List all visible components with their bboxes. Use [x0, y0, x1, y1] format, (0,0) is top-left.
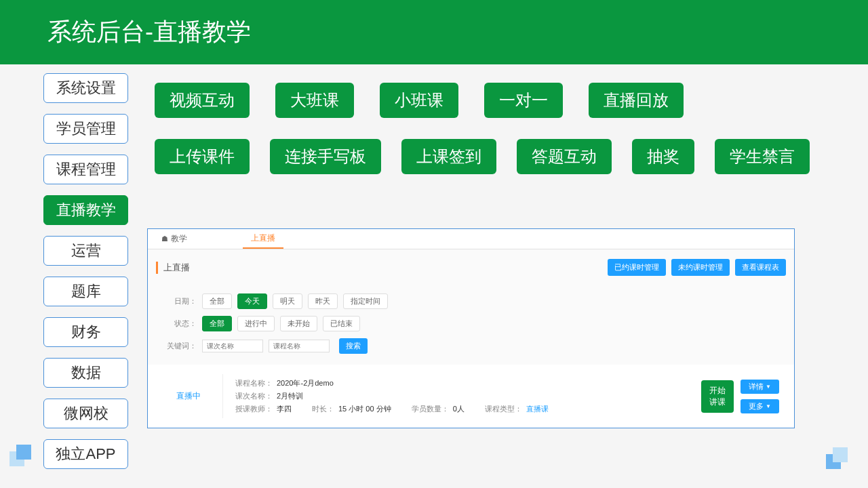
tab-live-label: 上直播: [251, 232, 275, 244]
session-label: 课次名称：: [235, 392, 273, 400]
students-label: 学员数量：: [412, 405, 449, 413]
feature-large-class[interactable]: 大班课: [275, 83, 354, 118]
date-tomorrow[interactable]: 明天: [273, 293, 302, 309]
sidebar-item-system[interactable]: 系统设置: [43, 73, 128, 103]
start-class-button[interactable]: 开始 讲课: [701, 380, 734, 413]
panel-action-group: 已约课时管理 未约课时管理 查看课程表: [608, 259, 786, 276]
view-schedule-button[interactable]: 查看课程表: [735, 259, 786, 276]
date-all[interactable]: 全部: [202, 293, 232, 309]
tab-teaching[interactable]: ☗ 教学: [153, 229, 195, 249]
teacher-label: 授课教师：: [235, 405, 273, 413]
panel-tabs: ☗ 教学 上直播: [148, 229, 794, 249]
feature-quiz[interactable]: 答题互动: [517, 139, 612, 174]
unbooked-manage-button[interactable]: 未约课时管理: [671, 259, 730, 276]
status-filter-line: 状态： 全部 进行中 未开始 已结束: [164, 316, 778, 331]
type-label: 课程类型：: [485, 405, 522, 413]
sidebar-item-courses[interactable]: 课程管理: [43, 155, 128, 184]
session-keyword-input[interactable]: [202, 340, 263, 352]
tab-teaching-label: 教学: [171, 233, 187, 245]
sidebar-item-operations[interactable]: 运营: [43, 236, 128, 266]
date-today[interactable]: 今天: [237, 293, 267, 309]
course-keyword-input[interactable]: [269, 340, 330, 352]
course-name-value: 2020年-2月demo: [277, 379, 334, 387]
panel-subheader: 上直播 已约课时管理 未约课时管理 查看课程表: [148, 249, 794, 280]
sidebar-item-students[interactable]: 学员管理: [43, 114, 128, 144]
status-ended[interactable]: 已结束: [323, 316, 360, 331]
sidebar: 系统设置 学员管理 课程管理 直播教学 运营 题库 财务 数据 微网校 独立AP…: [43, 73, 128, 480]
status-notstart[interactable]: 未开始: [280, 316, 317, 331]
row-status: 直播中: [155, 390, 222, 402]
page-title: 系统后台-直播教学: [47, 16, 251, 49]
keyword-label: 关键词：: [164, 341, 197, 351]
sidebar-item-question-bank[interactable]: 题库: [43, 277, 128, 306]
feature-lottery[interactable]: 抽奖: [632, 139, 694, 174]
panel-subtitle: 上直播: [156, 262, 190, 274]
duration-value: 15 小时 00 分钟: [338, 405, 391, 413]
feature-row-1: 视频互动 大班课 小班课 一对一 直播回放: [155, 83, 684, 118]
feature-row-2: 上传课件 连接手写板 上课签到 答题互动 抽奖 学生禁言: [155, 139, 810, 174]
search-button[interactable]: 搜索: [339, 338, 368, 354]
course-row: 直播中 课程名称：2020年-2月demo 课次名称：2月特训 授课教师：李四 …: [148, 365, 794, 428]
feature-signin[interactable]: 上课签到: [401, 139, 496, 174]
date-yesterday[interactable]: 昨天: [308, 293, 338, 309]
details-button[interactable]: 详情▼: [741, 380, 779, 394]
status-label: 状态：: [164, 319, 197, 329]
type-value: 直播课: [526, 405, 549, 413]
page-header: 系统后台-直播教学: [0, 0, 868, 64]
feature-small-class[interactable]: 小班课: [380, 83, 458, 118]
teaching-panel: ☗ 教学 上直播 上直播 已约课时管理 未约课时管理 查看课程表 日期： 全部 …: [147, 228, 795, 428]
sidebar-item-microsite[interactable]: 微网校: [43, 399, 128, 428]
date-filter-line: 日期： 全部 今天 明天 昨天 指定时间: [164, 293, 778, 309]
row-actions: 开始 讲课 详情▼ 更多▼: [701, 380, 787, 413]
feature-replay[interactable]: 直播回放: [589, 83, 684, 118]
students-value: 0人: [453, 405, 465, 413]
date-label: 日期：: [164, 296, 197, 306]
feature-video-interact[interactable]: 视频互动: [155, 83, 250, 118]
chevron-down-icon: ▼: [766, 384, 771, 390]
tab-live[interactable]: 上直播: [243, 229, 283, 249]
feature-tablet[interactable]: 连接手写板: [270, 139, 381, 174]
teacher-value: 李四: [277, 405, 292, 413]
duration-label: 时长：: [312, 405, 334, 413]
status-all[interactable]: 全部: [202, 316, 232, 331]
keyword-filter-line: 关键词： 搜索: [164, 338, 778, 354]
feature-one-on-one[interactable]: 一对一: [484, 83, 563, 118]
sidebar-item-app[interactable]: 独立APP: [43, 439, 128, 469]
course-name-label: 课程名称：: [235, 379, 273, 387]
sidebar-item-finance[interactable]: 财务: [43, 317, 128, 347]
filters: 日期： 全部 今天 明天 昨天 指定时间 状态： 全部 进行中 未开始 已结束 …: [148, 280, 794, 365]
booked-manage-button[interactable]: 已约课时管理: [608, 259, 666, 276]
session-value: 2月特训: [277, 392, 303, 400]
feature-upload-courseware[interactable]: 上传课件: [155, 139, 250, 174]
feature-mute[interactable]: 学生禁言: [715, 139, 810, 174]
decoration-bottom-left: [9, 445, 37, 472]
teaching-icon: ☗: [161, 235, 168, 243]
status-ongoing[interactable]: 进行中: [237, 316, 275, 331]
decoration-bottom-right: [826, 447, 853, 474]
row-details: 课程名称：2020年-2月demo 课次名称：2月特训 授课教师：李四 时长：1…: [222, 374, 701, 418]
date-custom[interactable]: 指定时间: [343, 293, 388, 309]
more-button[interactable]: 更多▼: [741, 399, 779, 413]
chevron-down-icon: ▼: [766, 403, 771, 409]
sidebar-item-data[interactable]: 数据: [43, 358, 128, 388]
sidebar-item-live-teaching[interactable]: 直播教学: [43, 195, 128, 225]
